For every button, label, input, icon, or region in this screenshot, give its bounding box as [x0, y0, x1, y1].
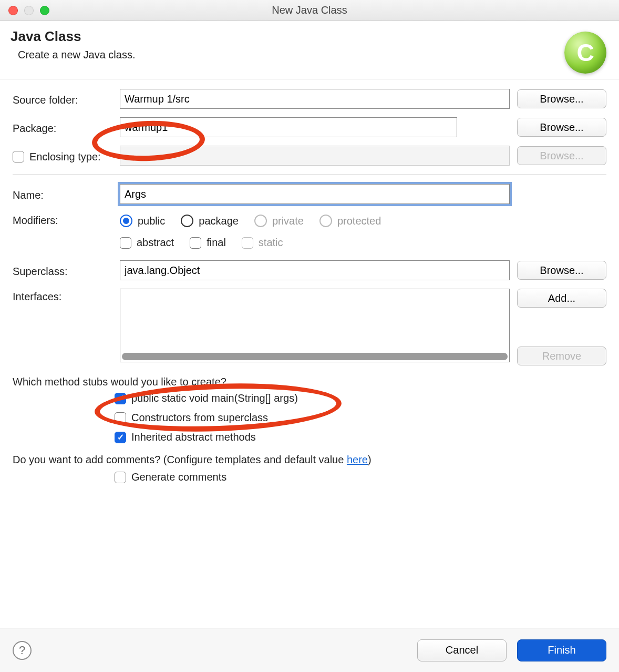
interfaces-list[interactable]	[120, 289, 510, 362]
browse-superclass-button[interactable]: Browse...	[517, 261, 606, 280]
browse-source-button[interactable]: Browse...	[517, 89, 606, 108]
dialog-footer: ? Cancel Finish	[0, 628, 619, 672]
stub-main-checkbox[interactable]: public static void main(String[] args)	[115, 392, 606, 404]
configure-templates-link[interactable]: here	[347, 454, 368, 465]
traffic-lights	[8, 6, 49, 15]
stub-inherited-checkbox[interactable]: Inherited abstract methods	[115, 431, 606, 443]
generate-comments-checkbox[interactable]: Generate comments	[115, 471, 606, 483]
name-label: Name:	[13, 187, 112, 201]
modifier-private-radio: private	[254, 215, 304, 227]
separator	[13, 174, 606, 175]
modifier-package-radio[interactable]: package	[181, 215, 239, 227]
dialog-header: Java Class Create a new Java class. C	[0, 21, 619, 79]
modifiers-label: Modifiers:	[13, 212, 112, 227]
superclass-input[interactable]	[120, 260, 510, 280]
scrollbar[interactable]	[122, 353, 508, 360]
browse-enclosing-button: Browse...	[517, 146, 606, 165]
stubs-question: Which method stubs would you like to cre…	[13, 376, 606, 388]
enclosing-type-checkbox[interactable]	[13, 151, 24, 162]
dialog-body: Source folder: Browse... Package: Browse…	[0, 79, 619, 488]
comments-question: Do you want to add comments? (Configure …	[13, 454, 606, 466]
modifier-abstract-checkbox[interactable]: abstract	[120, 237, 174, 249]
source-folder-input[interactable]	[120, 89, 510, 109]
package-input[interactable]	[120, 117, 457, 137]
minimize-window-icon[interactable]	[24, 6, 34, 15]
superclass-label: Superclass:	[13, 263, 112, 278]
page-description: Create a new Java class.	[18, 49, 564, 61]
titlebar: New Java Class	[0, 0, 619, 21]
browse-package-button[interactable]: Browse...	[517, 118, 606, 137]
close-window-icon[interactable]	[8, 6, 18, 15]
enclosing-type-input	[120, 146, 510, 166]
add-interface-button[interactable]: Add...	[517, 289, 606, 308]
enclosing-type-label: Enclosing type:	[29, 151, 101, 163]
modifier-final-checkbox[interactable]: final	[190, 237, 226, 249]
source-folder-label: Source folder:	[13, 92, 112, 106]
remove-interface-button: Remove	[517, 347, 606, 365]
interfaces-label: Interfaces:	[13, 289, 112, 303]
class-icon: C	[564, 32, 606, 74]
finish-button[interactable]: Finish	[517, 639, 606, 661]
modifier-static-checkbox: static	[242, 237, 283, 249]
stub-constructors-checkbox[interactable]: Constructors from superclass	[115, 412, 606, 424]
zoom-window-icon[interactable]	[40, 6, 49, 15]
name-input[interactable]	[120, 184, 510, 204]
page-title: Java Class	[11, 28, 564, 45]
modifier-public-radio[interactable]: public	[120, 215, 165, 227]
package-label: Package:	[13, 120, 112, 135]
cancel-button[interactable]: Cancel	[417, 639, 507, 661]
modifier-protected-radio: protected	[319, 215, 381, 227]
window-title: New Java Class	[0, 4, 619, 16]
help-button[interactable]: ?	[13, 641, 32, 660]
